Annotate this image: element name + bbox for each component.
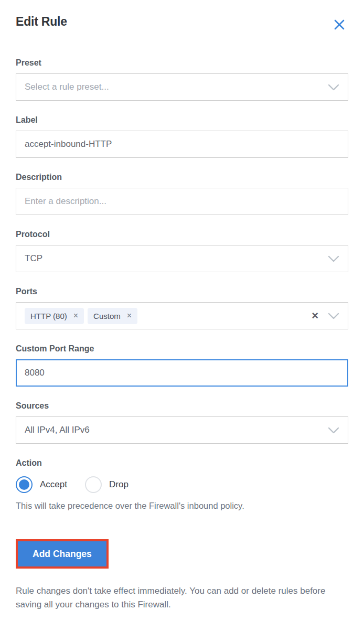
- chip-label: HTTP (80): [30, 312, 67, 320]
- footer-note: Rule changes don't take effect immediate…: [16, 584, 348, 612]
- protocol-field: Protocol: [16, 230, 348, 272]
- label-label: Label: [16, 115, 348, 125]
- ports-chip-list: HTTP (80) × Custom ×: [25, 308, 312, 324]
- protocol-label: Protocol: [16, 230, 348, 239]
- custom-port-range-input-box[interactable]: [16, 359, 348, 387]
- description-field: Description: [16, 173, 348, 215]
- port-chip-custom[interactable]: Custom ×: [88, 308, 137, 324]
- label-field: Label: [16, 115, 348, 158]
- radio-drop-label: Drop: [109, 479, 129, 490]
- protocol-select[interactable]: [16, 245, 348, 272]
- custom-port-range-input[interactable]: [25, 368, 339, 378]
- radio-unselected-icon[interactable]: [85, 476, 102, 493]
- radio-accept[interactable]: Accept: [16, 476, 67, 493]
- preset-input[interactable]: [25, 82, 328, 92]
- close-button[interactable]: [330, 16, 348, 35]
- description-label: Description: [16, 173, 348, 182]
- chevron-down-icon[interactable]: [328, 313, 339, 319]
- label-input-box[interactable]: [16, 131, 348, 158]
- label-input[interactable]: [25, 139, 339, 149]
- add-changes-button[interactable]: Add Changes: [18, 541, 106, 566]
- chevron-down-icon[interactable]: [328, 427, 339, 434]
- custom-port-range-field: Custom Port Range: [16, 344, 348, 387]
- remove-chip-icon[interactable]: ×: [127, 312, 132, 320]
- chevron-down-icon[interactable]: [328, 255, 339, 262]
- edit-rule-drawer: Edit Rule Preset Label Description: [0, 0, 364, 612]
- custom-port-range-label: Custom Port Range: [16, 344, 348, 354]
- preset-label: Preset: [16, 58, 348, 68]
- port-chip-http[interactable]: HTTP (80) ×: [25, 308, 84, 324]
- ports-label: Ports: [16, 287, 348, 296]
- radio-accept-label: Accept: [40, 479, 67, 490]
- chip-label: Custom: [93, 312, 121, 320]
- description-input-box[interactable]: [16, 188, 348, 215]
- annotation-highlight: Add Changes: [16, 539, 109, 569]
- action-field: Action Accept Drop This will take preced…: [16, 458, 348, 511]
- protocol-input[interactable]: [25, 253, 328, 264]
- sources-input[interactable]: [25, 425, 328, 435]
- chevron-down-icon[interactable]: [328, 84, 339, 91]
- preset-field: Preset: [16, 58, 348, 101]
- ports-multiselect[interactable]: HTTP (80) × Custom × ×: [16, 302, 348, 329]
- sources-label: Sources: [16, 401, 348, 411]
- action-helper-text: This will take precedence over the Firew…: [16, 501, 348, 511]
- radio-drop[interactable]: Drop: [85, 476, 129, 493]
- drawer-title: Edit Rule: [16, 15, 67, 29]
- button-row: Add Changes: [16, 539, 348, 569]
- preset-select[interactable]: [16, 73, 348, 101]
- close-icon: [333, 25, 346, 33]
- drawer-header: Edit Rule: [16, 15, 348, 35]
- sources-field: Sources: [16, 401, 348, 444]
- radio-selected-icon[interactable]: [16, 476, 33, 493]
- action-label: Action: [16, 458, 348, 468]
- sources-select[interactable]: [16, 416, 348, 444]
- description-input[interactable]: [25, 196, 339, 207]
- ports-field: Ports HTTP (80) × Custom × ×: [16, 287, 348, 329]
- action-radio-group: Accept Drop: [16, 476, 348, 493]
- remove-chip-icon[interactable]: ×: [73, 312, 78, 320]
- clear-all-icon[interactable]: ×: [312, 310, 318, 322]
